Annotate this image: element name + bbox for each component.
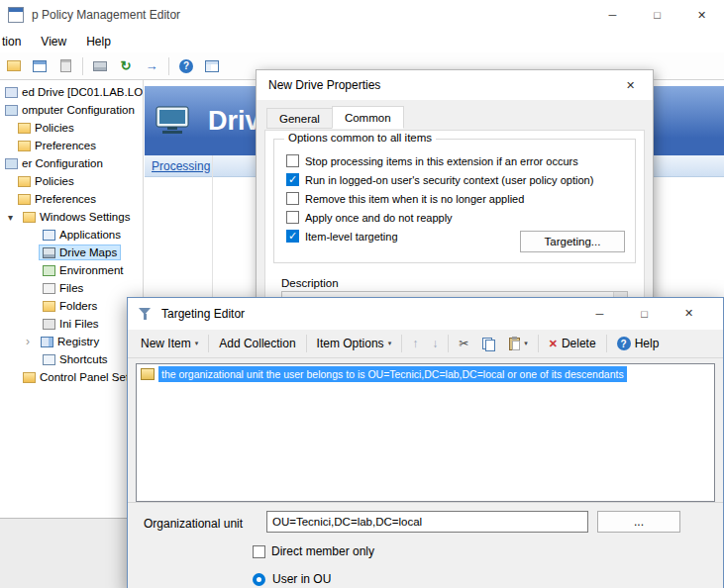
option-apply-once[interactable]: Apply once and do not reapply	[286, 208, 627, 227]
menu-view[interactable]: View	[31, 30, 76, 52]
cut-button[interactable]: ✂	[452, 335, 475, 352]
tree-item-label: Policies	[35, 122, 74, 134]
organizational-unit-label: Organizational unit	[144, 517, 243, 531]
tree-item-policies-computer[interactable]: Policies	[0, 119, 143, 137]
minimize-button[interactable]: ─	[590, 0, 635, 30]
tree-item-shortcuts[interactable]: Shortcuts	[0, 350, 143, 368]
clipboard-button[interactable]	[53, 54, 77, 78]
item-options-button[interactable]: Item Options▾	[310, 334, 399, 353]
tree-item-label: Windows Settings	[40, 211, 130, 223]
drive-maps-icon	[43, 247, 55, 258]
move-up-button[interactable]: ↑	[405, 334, 425, 353]
direct-member-only-option[interactable]: Direct member only	[253, 544, 374, 558]
copy-icon	[482, 338, 495, 350]
dropdown-arrow-icon: ▾	[388, 340, 392, 347]
toolbar-separator	[606, 335, 607, 352]
table-view-button[interactable]	[200, 54, 224, 78]
console-tree: ed Drive [DC01.LAB.LOCA omputer Configur…	[0, 80, 144, 588]
property-tabs: General Common	[266, 108, 403, 129]
new-drive-properties-dialog: New Drive Properties ✕ General Common Op…	[256, 69, 654, 301]
tree-item-computer-configuration[interactable]: omputer Configuration	[0, 101, 143, 119]
tree-item-registry[interactable]: ›Registry	[0, 333, 143, 350]
tree-item-drive-maps[interactable]: Drive Maps	[0, 244, 143, 261]
targeting-item[interactable]: the organizational unit the user belongs…	[139, 365, 712, 383]
tree-item-user-configuration[interactable]: er Configuration	[0, 154, 143, 172]
help-icon: ?	[617, 337, 631, 350]
option-run-in-user-context[interactable]: Run in logged-on user's security context…	[286, 170, 627, 189]
move-down-button[interactable]: ↓	[425, 334, 445, 353]
checkbox[interactable]	[286, 192, 299, 205]
tree-item-label: Ini Files	[59, 318, 99, 330]
tree-item-label: Preferences	[35, 140, 96, 151]
export-list-button[interactable]: →	[140, 54, 163, 78]
close-dialog-button[interactable]: ✕	[608, 70, 653, 100]
down-arrow-icon: ↓	[432, 337, 438, 350]
maximize-button[interactable]: □	[635, 0, 679, 30]
groupbox-title: Options common to all items	[284, 132, 436, 144]
help-icon: ?	[179, 59, 193, 73]
option-remove-when-not-applied[interactable]: Remove this item when it is no longer ap…	[286, 189, 627, 208]
refresh-icon: ↻	[121, 59, 132, 72]
targeting-button[interactable]: Targeting...	[520, 231, 625, 252]
registry-icon	[41, 337, 53, 347]
ini-files-icon	[43, 319, 55, 330]
delete-button[interactable]: ✕Delete	[542, 334, 603, 353]
paste-button[interactable]: ▾	[502, 335, 535, 353]
dialog-title: Targeting Editor	[161, 307, 245, 321]
tree-item-label: Environment	[59, 264, 124, 276]
tree-item-applications[interactable]: Applications	[0, 226, 143, 244]
checkbox[interactable]	[286, 173, 299, 186]
refresh-button[interactable]: ↻	[114, 54, 138, 78]
environment-icon	[43, 265, 55, 276]
menu-help[interactable]: Help	[76, 30, 121, 52]
close-button[interactable]: ✕	[667, 298, 711, 329]
help-toolbar-button[interactable]: ?	[174, 54, 198, 78]
collapse-chevron-icon[interactable]: ›	[26, 335, 38, 348]
tree-item-label: ed Drive [DC01.LAB.LOCA	[22, 86, 144, 98]
option-label: Apply once and do not reapply	[305, 212, 453, 224]
menu-action[interactable]: tion	[0, 30, 31, 52]
applications-icon	[43, 230, 55, 241]
dropdown-arrow-icon: ▾	[195, 340, 199, 347]
tree-item-files[interactable]: Files	[0, 279, 143, 297]
tab-general[interactable]: General	[266, 108, 333, 129]
checkbox[interactable]	[286, 230, 299, 243]
folder-up-icon	[7, 60, 21, 71]
tree-item-ini-files[interactable]: Ini Files	[0, 315, 143, 333]
copy-button[interactable]	[475, 335, 502, 353]
tree-item-windows-settings[interactable]: ▾Windows Settings	[0, 208, 143, 226]
expand-arrow-icon[interactable]: ▾	[8, 212, 20, 223]
tree-item-label: omputer Configuration	[22, 104, 135, 116]
option-label: Item-level targeting	[305, 231, 398, 243]
button-label: New Item	[141, 337, 191, 350]
add-collection-button[interactable]: Add Collection	[212, 334, 302, 353]
tree-item-preferences-computer[interactable]: Preferences	[0, 137, 143, 154]
shortcuts-icon	[43, 354, 55, 365]
option-stop-processing[interactable]: Stop processing items in this extension …	[286, 151, 627, 170]
tree-item-preferences-user[interactable]: Preferences	[0, 190, 143, 208]
tab-common[interactable]: Common	[332, 106, 404, 129]
tree-item-mapped-drive-gpo[interactable]: ed Drive [DC01.LAB.LOCA	[0, 83, 143, 101]
user-in-ou-option[interactable]: User in OU	[253, 572, 331, 586]
print-button[interactable]	[88, 54, 112, 78]
maximize-button[interactable]: □	[622, 298, 667, 329]
button-label: Delete	[562, 337, 596, 350]
tree-item-folders[interactable]: Folders	[0, 297, 143, 315]
tree-item-control-panel-settings[interactable]: Control Panel Sett	[0, 368, 143, 386]
new-item-button[interactable]: New Item▾	[134, 334, 205, 353]
minimize-button[interactable]: ─	[577, 298, 622, 329]
tree-item-policies-user[interactable]: Policies	[0, 172, 143, 190]
checkbox[interactable]	[286, 154, 299, 167]
organizational-unit-input[interactable]	[266, 511, 588, 533]
browse-button[interactable]: ...	[597, 511, 680, 533]
radio-button[interactable]	[253, 573, 265, 586]
checkbox[interactable]	[253, 545, 265, 558]
checkbox[interactable]	[286, 211, 299, 224]
close-button[interactable]: ✕	[679, 0, 724, 30]
show-console-tree-button[interactable]	[28, 54, 52, 78]
drive-properties-titlebar: New Drive Properties ✕	[257, 70, 653, 100]
help-button[interactable]: ?Help	[610, 334, 667, 353]
tree-item-environment[interactable]: Environment	[0, 261, 143, 279]
up-one-level-button[interactable]	[2, 54, 26, 78]
processing-link[interactable]: Processing	[152, 159, 210, 173]
